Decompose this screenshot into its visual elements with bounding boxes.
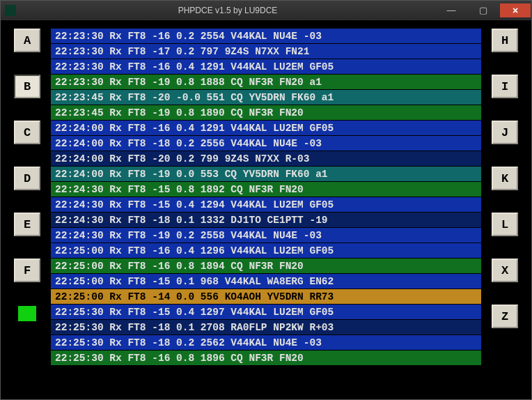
app-icon xyxy=(5,5,16,16)
decode-row[interactable]: 22:24:00 Rx FT8 -16 0.4 1291 V44KAL LU2E… xyxy=(51,121,481,136)
window-title: PHPDCE v1.5 by LU9DCE xyxy=(20,6,435,15)
decode-row[interactable]: 22:23:30 Rx FT8 -16 0.2 2554 V44KAL NU4E… xyxy=(51,29,481,44)
decode-row[interactable]: 22:25:30 Rx FT8 -18 0.2 2562 V44KAL NU4E… xyxy=(51,335,481,351)
decode-row[interactable]: 22:23:30 Rx FT8 -16 0.4 1291 V44KAL LU2E… xyxy=(51,59,481,75)
decode-row[interactable]: 22:23:45 Rx FT8 -19 0.8 1890 CQ NF3R FN2… xyxy=(51,105,481,121)
close-button[interactable]: × xyxy=(500,3,531,17)
side-button-k[interactable]: K xyxy=(492,167,518,190)
decode-row[interactable]: 22:24:30 Rx FT8 -15 0.8 1892 CQ NF3R FN2… xyxy=(51,182,481,197)
side-button-l[interactable]: L xyxy=(492,213,518,236)
decode-row[interactable]: 22:24:00 Rx FT8 -20 0.2 799 9Z4S N7XX R-… xyxy=(51,151,481,167)
decode-row[interactable]: 22:24:30 Rx FT8 -18 0.1 1332 DJ1TO CE1PT… xyxy=(51,213,481,228)
side-button-c[interactable]: C xyxy=(14,121,40,144)
decode-row[interactable]: 22:24:30 Rx FT8 -19 0.2 2558 V44KAL NU4E… xyxy=(51,228,481,243)
decode-row[interactable]: 22:24:00 Rx FT8 -18 0.2 2556 V44KAL NU4E… xyxy=(51,136,481,151)
side-button-e[interactable]: E xyxy=(14,213,40,236)
decode-row[interactable]: 22:25:00 Rx FT8 -16 0.4 1296 V44KAL LU2E… xyxy=(51,243,481,259)
side-button-a[interactable]: A xyxy=(14,29,40,52)
side-button-b[interactable]: B xyxy=(14,75,40,98)
side-button-i[interactable]: I xyxy=(492,75,518,98)
content-area: ABCDEF 22:23:30 Rx FT8 -16 0.2 2554 V44K… xyxy=(1,20,531,399)
status-indicator xyxy=(18,306,36,321)
side-button-z[interactable]: Z xyxy=(492,305,518,328)
decode-row[interactable]: 22:23:30 Rx FT8 -19 0.8 1888 CQ NF3R FN2… xyxy=(51,75,481,90)
right-button-column: HIJKLXZ xyxy=(484,29,526,391)
decode-row[interactable]: 22:23:30 Rx FT8 -17 0.2 797 9Z4S N7XX FN… xyxy=(51,44,481,59)
window-controls: — ▢ × xyxy=(435,2,531,19)
side-button-x[interactable]: X xyxy=(492,259,518,282)
app-window: PHPDCE v1.5 by LU9DCE — ▢ × ABCDEF 22:23… xyxy=(0,0,532,400)
minimize-button[interactable]: — xyxy=(436,3,467,17)
side-button-d[interactable]: D xyxy=(14,167,40,190)
titlebar[interactable]: PHPDCE v1.5 by LU9DCE — ▢ × xyxy=(1,1,531,20)
decode-row[interactable]: 22:24:30 Rx FT8 -15 0.4 1294 V44KAL LU2E… xyxy=(51,197,481,213)
decode-row[interactable]: 22:25:30 Rx FT8 -18 0.1 2708 RA0FLP NP2K… xyxy=(51,320,481,335)
decode-row[interactable]: 22:25:30 Rx FT8 -15 0.4 1297 V44KAL LU2E… xyxy=(51,305,481,320)
decode-row[interactable]: 22:25:00 Rx FT8 -14 0.0 556 KO4AOH YV5DR… xyxy=(51,289,481,305)
side-button-f[interactable]: F xyxy=(14,259,40,282)
decode-row[interactable]: 22:25:00 Rx FT8 -16 0.8 1894 CQ NF3R FN2… xyxy=(51,259,481,274)
decode-row[interactable]: 22:25:30 Rx FT8 -16 0.8 1896 CQ NF3R FN2… xyxy=(51,351,481,366)
left-button-column: ABCDEF xyxy=(6,29,48,391)
decode-row[interactable]: 22:23:45 Rx FT8 -20 -0.0 551 CQ YV5DRN F… xyxy=(51,90,481,105)
decode-log[interactable]: 22:23:30 Rx FT8 -16 0.2 2554 V44KAL NU4E… xyxy=(48,29,484,391)
decode-row[interactable]: 22:24:00 Rx FT8 -19 0.0 553 CQ YV5DRN FK… xyxy=(51,167,481,182)
side-button-h[interactable]: H xyxy=(492,29,518,52)
side-button-j[interactable]: J xyxy=(492,121,518,144)
maximize-button[interactable]: ▢ xyxy=(468,3,499,17)
decode-row[interactable]: 22:25:00 Rx FT8 -15 0.1 968 V44KAL WA8ER… xyxy=(51,274,481,289)
